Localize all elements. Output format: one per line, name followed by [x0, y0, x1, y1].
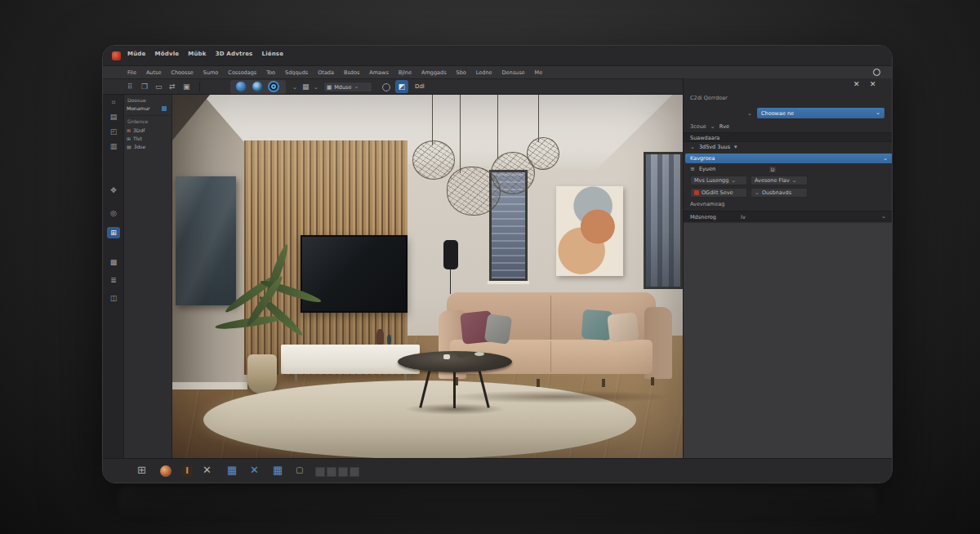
rail-layout-icon[interactable]: ◰ — [107, 126, 120, 137]
status-ring-icon[interactable] — [873, 69, 880, 76]
menubar-item[interactable]: File — [127, 69, 136, 76]
scene-table-leg — [478, 369, 490, 407]
menubar-item[interactable]: Ledne — [476, 69, 492, 76]
renderer-section-header[interactable]: Suawdaara — [684, 132, 893, 142]
dropdown-right[interactable]: Avesone Flav ⌄ — [751, 176, 808, 185]
tree-item[interactable]: ▤ 3dse — [127, 144, 145, 149]
menubar: File Autse Choosse Sumo Cossodags Too Sd… — [103, 65, 893, 78]
scene-city-view — [646, 154, 680, 287]
menubar-items: File Autse Choosse Sumo Cossodags Too Sd… — [127, 69, 542, 76]
outbands-button[interactable]: ⌄ Ousbnavds — [751, 188, 808, 198]
save-button-label: OGdilt Seve — [702, 189, 733, 196]
rail-columns-icon[interactable]: ◫ — [107, 292, 120, 304]
menu-item[interactable]: Liénse — [261, 51, 283, 57]
monitor-section-header[interactable]: Mdsnerog Iv ⌄ — [684, 211, 893, 221]
menubar-item[interactable]: Autse — [146, 69, 162, 76]
menubar-item[interactable]: Amggads — [421, 69, 447, 76]
scene-console-leg — [295, 374, 297, 381]
panel-title: C2di Qerrdoar — [690, 95, 728, 101]
scene-left-painting — [176, 176, 236, 305]
rail-rows-icon[interactable]: ▤ — [107, 111, 120, 122]
dropdown-right-label: Avesone Flav — [755, 177, 790, 184]
progress-square — [327, 467, 336, 477]
tree-root-item[interactable]: Monamur — [127, 105, 170, 111]
menubar-item[interactable]: Amaws — [369, 69, 388, 76]
render-sphere-icon[interactable] — [252, 81, 263, 92]
object-icon: ⊠ — [127, 127, 131, 133]
viewport-mode-dropdown[interactable]: ▦ Mduse ⌄ — [323, 82, 372, 92]
chevron-down-icon: ⌄ — [731, 178, 736, 184]
x-tool-icon[interactable]: ✕ — [203, 465, 212, 475]
menubar-item[interactable]: Otada — [318, 69, 334, 76]
small-square-icon[interactable]: ▢ — [296, 466, 303, 474]
swap-icon[interactable]: ⇄ — [169, 83, 176, 91]
menubar-item[interactable]: Choosse — [171, 69, 193, 76]
scene-pendant-wire — [497, 95, 498, 158]
chevron-down-icon[interactable]: ⌄ — [747, 111, 752, 117]
dropdown-arrow-icon: ▾ — [734, 145, 737, 150]
grid-icon[interactable]: ▦ — [302, 83, 310, 91]
scene-wall-sconce — [443, 240, 458, 269]
rail-pattern-icon[interactable]: ▩ — [107, 256, 120, 268]
chevron-down-icon: ⌄ — [354, 84, 359, 90]
menubar-item[interactable]: Me — [535, 69, 543, 76]
shaded-sphere-icon[interactable] — [235, 81, 247, 92]
scene-table-leg — [419, 369, 431, 407]
renderer-row[interactable]: ⌄ 3d5vd 3uus ▾ — [690, 144, 737, 150]
material-sphere-icon[interactable] — [160, 465, 172, 477]
target-dropdown[interactable]: Choowae ne ⌄ — [757, 108, 884, 118]
preset-row[interactable]: 3ceue ⌄ Rve — [690, 123, 729, 130]
viewport-3d[interactable] — [172, 95, 683, 458]
menu-item[interactable]: Müde — [127, 51, 146, 57]
grid-view-icon[interactable]: ⊞ — [137, 465, 146, 475]
tool-field[interactable]: Ddl — [415, 83, 425, 90]
rail-active-tool-icon[interactable]: ⊞ — [107, 227, 120, 238]
menu-item[interactable]: Mödvle — [155, 51, 180, 57]
chevron-down-icon: ⌄ — [690, 145, 695, 150]
square-icon[interactable]: ▣ — [183, 83, 190, 91]
rail-target-icon[interactable]: ◎ — [107, 207, 120, 219]
chevron-down-icon[interactable]: ⌄ — [314, 85, 318, 91]
close-icon[interactable]: ✕ — [853, 80, 860, 88]
texture-tool-icon[interactable]: I — [181, 465, 193, 477]
menubar-item[interactable]: Sdqquds — [285, 69, 308, 76]
chevron-down-icon: ⌄ — [755, 190, 760, 196]
rail-list-icon[interactable]: ≣ — [107, 274, 120, 286]
tree-item[interactable]: ⊞ Tlst — [127, 136, 142, 141]
menubar-item[interactable]: Sumo — [203, 69, 219, 76]
scene-plant-pot — [247, 354, 277, 394]
rail-grid-icon[interactable]: ⌗ — [107, 96, 120, 108]
blue-x-icon[interactable]: ✕ — [250, 465, 259, 475]
menubar-item[interactable]: Too — [266, 69, 275, 76]
rail-move-icon[interactable]: ✥ — [107, 185, 120, 196]
menubar-item[interactable]: Cossodags — [228, 69, 256, 76]
circle-tool-icon[interactable] — [382, 83, 390, 91]
chevron-down-icon[interactable]: ⌄ — [292, 85, 297, 91]
close-icon[interactable]: ✕ — [870, 80, 876, 88]
dropdown-label: Mduse — [334, 84, 351, 91]
tree-item[interactable]: ⊠ 3Ddf — [127, 127, 145, 133]
selected-list-item[interactable]: Kavgroea ⌄ — [685, 154, 893, 163]
rail-panel-icon[interactable]: ▥ — [107, 140, 120, 152]
active-render-tool-icon[interactable]: ◩ — [395, 80, 408, 93]
blue-grid-icon[interactable]: ▦ — [227, 465, 237, 475]
chevron-down-icon[interactable]: ⌄ — [881, 214, 886, 220]
save-preset-button[interactable]: OGdilt Seve — [690, 188, 747, 198]
frame-icon[interactable]: ▭ — [155, 83, 163, 91]
menubar-item[interactable]: Bjlne — [399, 69, 412, 76]
mode-row[interactable]: ≡ Eyuen D — [690, 166, 715, 172]
app-window: Müde Mödvle Mübk 3D Advtres Liénse File … — [102, 45, 893, 483]
menubar-item[interactable]: Bsdos — [344, 69, 359, 76]
duplicate-icon[interactable]: ❐ — [141, 83, 148, 91]
menu-item[interactable]: Mübk — [188, 51, 206, 57]
preset-label: 3ceue — [690, 123, 706, 130]
dropdown-left[interactable]: Mvs Lusengg ⌄ — [690, 176, 747, 185]
menu-item[interactable]: 3D Advtres — [216, 51, 253, 57]
dots-grid-icon[interactable]: ⠿ — [127, 83, 133, 91]
menubar-item[interactable]: Densuse — [502, 69, 525, 76]
mode-badge: D — [768, 166, 777, 173]
blue-pattern-icon[interactable]: ▦ — [273, 465, 283, 475]
scene-sofa-seat-seam — [550, 341, 551, 372]
render-ring-icon[interactable] — [268, 81, 279, 92]
menubar-item[interactable]: Sbo — [457, 69, 466, 76]
